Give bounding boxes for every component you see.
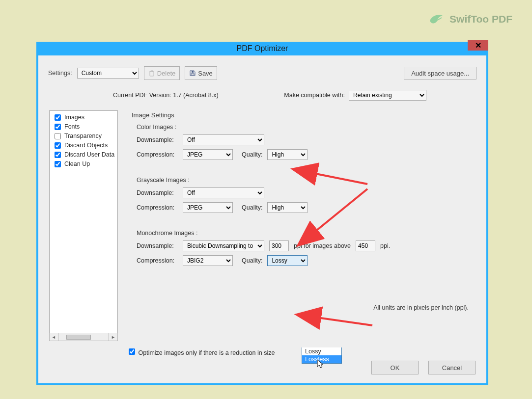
- units-note: All units are in pixels per inch (ppi).: [373, 304, 469, 311]
- gray-compression-label: Compression:: [137, 204, 178, 211]
- scroll-track[interactable]: [58, 333, 109, 341]
- trash-icon: [148, 70, 155, 77]
- checkbox-discard-user-data[interactable]: [55, 152, 61, 158]
- color-downsample-select[interactable]: Off: [183, 134, 264, 145]
- sidebar: Images Fonts Transparency Discard Object…: [49, 110, 118, 341]
- checkbox-fonts[interactable]: [55, 124, 61, 130]
- mono-ppi-suffix: ppi.: [380, 242, 390, 249]
- body: Images Fonts Transparency Discard Object…: [38, 106, 486, 341]
- mono-downsample-select[interactable]: Bicubic Downsampling to: [183, 240, 264, 251]
- color-compression-label: Compression:: [137, 151, 178, 158]
- floppy-icon: [189, 70, 196, 77]
- gray-quality-label: Quality:: [242, 204, 262, 211]
- optimize-checkbox[interactable]: [129, 348, 135, 355]
- mouse-cursor-icon: [317, 359, 325, 369]
- info-row: Current PDF Version: 1.7 (Acrobat 8.x) M…: [38, 83, 486, 106]
- checkbox-images[interactable]: [55, 114, 61, 121]
- color-quality-select[interactable]: High: [267, 149, 308, 160]
- toolbar-row: Settings: Custom Delete Save Audit space…: [38, 55, 486, 83]
- sidebar-item-label: Discard Objects: [64, 141, 108, 150]
- sidebar-item-fonts[interactable]: Fonts: [53, 122, 114, 132]
- audit-space-button[interactable]: Audit space usage...: [404, 67, 476, 80]
- gray-downsample-select[interactable]: Off: [183, 187, 264, 198]
- sidebar-item-label: Clean Up: [64, 160, 90, 169]
- mono-downsample-label: Downsample:: [137, 242, 178, 249]
- close-icon: ✕: [475, 41, 481, 50]
- sidebar-item-transparency[interactable]: Transparency: [53, 132, 114, 141]
- mono-ppi-above-input[interactable]: [356, 240, 375, 251]
- optimize-row: Optimize images only if there is a reduc…: [38, 341, 486, 356]
- pdf-optimizer-window: PDF Optimizer ✕ Settings: Custom Delete …: [36, 42, 488, 385]
- sidebar-item-label: Fonts: [64, 122, 80, 132]
- svg-rect-0: [150, 72, 154, 76]
- optimize-text: Optimize images only if there is a reduc…: [138, 349, 275, 356]
- mono-quality-label: Quality:: [242, 257, 262, 264]
- scroll-thumb[interactable]: [66, 335, 91, 340]
- save-label: Save: [198, 70, 213, 77]
- checkbox-discard-objects[interactable]: [55, 142, 61, 149]
- save-button[interactable]: Save: [185, 66, 217, 80]
- sidebar-item-clean-up[interactable]: Clean Up: [53, 160, 114, 169]
- mono-compression-label: Compression:: [137, 257, 178, 264]
- cancel-button[interactable]: Cancel: [428, 361, 476, 374]
- scroll-right-icon[interactable]: ►: [109, 333, 117, 341]
- gray-quality-select[interactable]: High: [267, 202, 308, 213]
- color-quality-label: Quality:: [242, 151, 262, 158]
- mono-ppi-input[interactable]: [269, 240, 289, 251]
- sidebar-item-label: Transparency: [64, 132, 102, 141]
- grayscale-images-title: Grayscale Images :: [137, 177, 476, 184]
- brand-bird-icon: [428, 12, 445, 27]
- audit-label: Audit space usage...: [411, 70, 469, 77]
- mono-quality-select[interactable]: Lossy: [267, 255, 308, 266]
- brand-text: SwifToo PDF: [449, 13, 512, 25]
- color-compression-select[interactable]: JPEG: [183, 149, 233, 160]
- settings-select[interactable]: Custom: [77, 68, 139, 79]
- main-panel: Image Settings Color Images : Downsample…: [132, 110, 476, 341]
- monochrome-images-title: Monochrome Images :: [137, 230, 476, 237]
- sidebar-list[interactable]: Images Fonts Transparency Discard Object…: [49, 110, 118, 333]
- sidebar-item-discard-user-data[interactable]: Discard User Data: [53, 150, 114, 160]
- delete-label: Delete: [157, 70, 176, 77]
- svg-rect-2: [192, 71, 194, 73]
- sidebar-scrollbar[interactable]: ◄ ►: [49, 333, 118, 341]
- delete-button[interactable]: Delete: [144, 66, 180, 80]
- color-images-group: Color Images : Downsample: Off Compressi…: [137, 124, 476, 160]
- gray-downsample-label: Downsample:: [137, 189, 178, 196]
- footer: OK Cancel: [371, 361, 476, 374]
- scroll-left-icon[interactable]: ◄: [50, 333, 58, 341]
- color-images-title: Color Images :: [137, 124, 476, 131]
- sidebar-item-discard-objects[interactable]: Discard Objects: [53, 141, 114, 150]
- titlebar: PDF Optimizer ✕: [38, 42, 486, 55]
- close-button[interactable]: ✕: [468, 40, 488, 51]
- image-settings-heading: Image Settings: [132, 111, 476, 119]
- sidebar-item-label: Images: [64, 113, 84, 122]
- settings-label: Settings:: [48, 70, 72, 77]
- sidebar-item-label: Discard User Data: [64, 150, 114, 160]
- grayscale-images-group: Grayscale Images : Downsample: Off Compr…: [137, 177, 476, 213]
- compat-label: Make compatible with:: [284, 92, 345, 99]
- mono-ppi-between: ppi for images above: [294, 242, 351, 249]
- checkbox-clean-up[interactable]: [55, 161, 61, 167]
- gray-compression-select[interactable]: JPEG: [183, 202, 233, 213]
- pdf-version-text: Current PDF Version: 1.7 (Acrobat 8.x): [113, 92, 219, 99]
- ok-button[interactable]: OK: [371, 361, 419, 374]
- checkbox-transparency[interactable]: [55, 133, 61, 139]
- color-downsample-label: Downsample:: [137, 136, 178, 143]
- brand-watermark: SwifToo PDF: [428, 12, 512, 27]
- mono-compression-select[interactable]: JBIG2: [183, 255, 233, 266]
- optimize-check-label[interactable]: Optimize images only if there is a reduc…: [127, 349, 275, 356]
- compat-select[interactable]: Retain existing: [349, 90, 426, 101]
- dropdown-option-lossy[interactable]: Lossy: [302, 347, 341, 355]
- window-title: PDF Optimizer: [237, 44, 288, 53]
- sidebar-item-images[interactable]: Images: [53, 113, 114, 122]
- svg-rect-1: [191, 74, 194, 75]
- monochrome-images-group: Monochrome Images : Downsample: Bicubic …: [137, 230, 476, 266]
